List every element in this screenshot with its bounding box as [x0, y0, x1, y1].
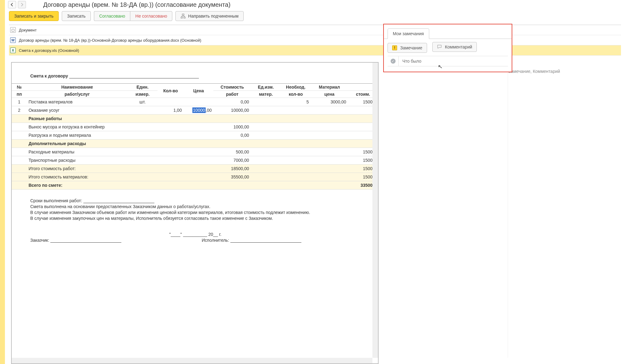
table-row[interactable]: Разные работы	[12, 115, 378, 123]
send-subordinates-label: Направить подчиненным	[188, 14, 238, 19]
cell: Расходные материалы	[27, 148, 128, 156]
cell	[311, 131, 348, 140]
remarks-grid-row[interactable]: Что было	[388, 56, 508, 66]
th-mqty: Необход.	[281, 84, 311, 91]
nav-back-button[interactable]	[8, 1, 16, 8]
th-num: №	[12, 84, 27, 91]
cell: 1,00	[157, 106, 184, 115]
cell	[12, 115, 27, 123]
arrow-right-icon	[20, 3, 24, 6]
cell: Разгрузка и подъем материала	[27, 131, 128, 140]
cell: 2	[12, 106, 27, 115]
cell	[128, 140, 157, 148]
th-munit2: матер.	[251, 91, 281, 98]
cell: Итого стоимость работ:	[27, 165, 128, 173]
cell	[128, 131, 157, 140]
cell	[184, 173, 214, 181]
cell	[12, 123, 27, 131]
remarks-column-header: Замечание, Комментарий	[508, 69, 560, 74]
cell	[184, 115, 214, 123]
table-row[interactable]: 2Оказание усоуг1,0010000,0010000,000,	[12, 106, 378, 115]
table-row[interactable]: Итого стоимость материалов:35500,0015000…	[12, 173, 378, 181]
table-row[interactable]: Транспортные расходы7000,0015000,	[12, 156, 378, 165]
cell: Всего по смете:	[27, 181, 128, 190]
remarks-tab[interactable]: Мои замечания	[388, 28, 429, 39]
table-row[interactable]: Расходные материалы500,0015000,	[12, 148, 378, 156]
cell: 10000,00	[184, 106, 214, 115]
deadline-underline	[83, 203, 154, 203]
cell: Поставка материалов	[27, 98, 128, 106]
table-row[interactable]: Итого стоимость работ:18500,0015000,	[12, 165, 378, 173]
save-button[interactable]: Записать	[62, 11, 91, 21]
cell	[12, 173, 27, 181]
th-cost2: работ	[213, 91, 251, 98]
deadline-label: Сроки выполнения работ:	[30, 198, 82, 203]
cell	[157, 165, 184, 173]
cell	[213, 115, 251, 123]
cell: Итого стоимость материалов:	[27, 173, 128, 181]
cell: 18500,00	[213, 165, 251, 173]
table-row[interactable]: 1Поставка материаловшт.0,0053000,0015000…	[12, 98, 378, 106]
file-row[interactable]: XСмета к договору.xls (Основной)	[9, 45, 621, 56]
cell	[184, 181, 214, 190]
table-row[interactable]: Всего по смете:33500,0	[12, 181, 378, 190]
note-line: В случае изменения закупочных цен на мат…	[30, 216, 378, 221]
svg-rect-2	[184, 17, 185, 18]
executor-underline	[230, 242, 301, 243]
cell: 3000,00	[311, 98, 348, 106]
cell	[311, 123, 348, 131]
cell	[184, 140, 214, 148]
cell	[251, 123, 281, 131]
cell: шт.	[128, 98, 157, 106]
send-subordinates-button[interactable]: Направить подчиненным	[175, 11, 244, 21]
approved-button[interactable]: Согласовано	[94, 11, 130, 21]
cell	[251, 115, 281, 123]
customer-label: Заказчик:	[30, 238, 49, 243]
add-comment-button[interactable]: Комментарий	[432, 42, 477, 52]
cell	[157, 181, 184, 190]
cell	[213, 181, 251, 190]
estimate-table: № Наименование Един. Кол-во Цена Стоимос…	[12, 83, 378, 190]
remarks-row-text: Что было	[399, 59, 425, 64]
spreadsheet-view[interactable]: Смета к договору № Наименование Един. Ко…	[11, 62, 379, 364]
vertical-scrollbar[interactable]	[372, 63, 378, 358]
cell	[157, 148, 184, 156]
cell	[251, 106, 281, 115]
th-name2: работ/услуг	[27, 91, 128, 98]
cell: 1	[12, 98, 27, 106]
table-row[interactable]: Вынос мусора и погрузка в контейнер1000,…	[12, 123, 378, 131]
cell	[128, 123, 157, 131]
cell	[281, 156, 311, 165]
cell	[281, 181, 311, 190]
file-name: Документ	[19, 28, 37, 32]
horizontal-scrollbar[interactable]	[12, 358, 372, 363]
table-row[interactable]: Разгрузка и подъем материала0,000,	[12, 131, 378, 140]
toolbar: Записать и закрыть Записать Согласовано …	[5, 9, 625, 25]
cell	[311, 165, 348, 173]
date-line: "____" __________ 20__ г.	[30, 232, 378, 237]
cell	[12, 131, 27, 140]
cell: 35500,00	[213, 173, 251, 181]
cell	[251, 173, 281, 181]
arrow-left-icon	[10, 3, 14, 6]
cell	[311, 173, 348, 181]
excel-file-icon: X	[10, 48, 16, 53]
note-line: Смета выполнена на основании предоставле…	[30, 204, 378, 209]
cell	[157, 131, 184, 140]
add-remark-button[interactable]: ! Замечание	[388, 43, 427, 53]
cell	[128, 148, 157, 156]
save-close-button[interactable]: Записать и закрыть	[9, 11, 59, 21]
not-approved-button[interactable]: Не согласовано	[130, 11, 172, 21]
file-row[interactable]: ▢Документ	[9, 25, 621, 35]
cell	[311, 115, 348, 123]
cell	[251, 140, 281, 148]
cell	[281, 106, 311, 115]
th-price: Цена	[184, 84, 214, 98]
file-row[interactable]: WДоговор аренды (врем. № 18-ДА (вр.))-Ос…	[9, 35, 621, 45]
cell	[12, 140, 27, 148]
cell: 0,00	[213, 98, 251, 106]
selected-cell: 10000	[192, 107, 206, 113]
cell	[12, 181, 27, 190]
add-remark-label: Замечание	[400, 45, 422, 50]
table-row[interactable]: Дополнительные расходы	[12, 140, 378, 148]
